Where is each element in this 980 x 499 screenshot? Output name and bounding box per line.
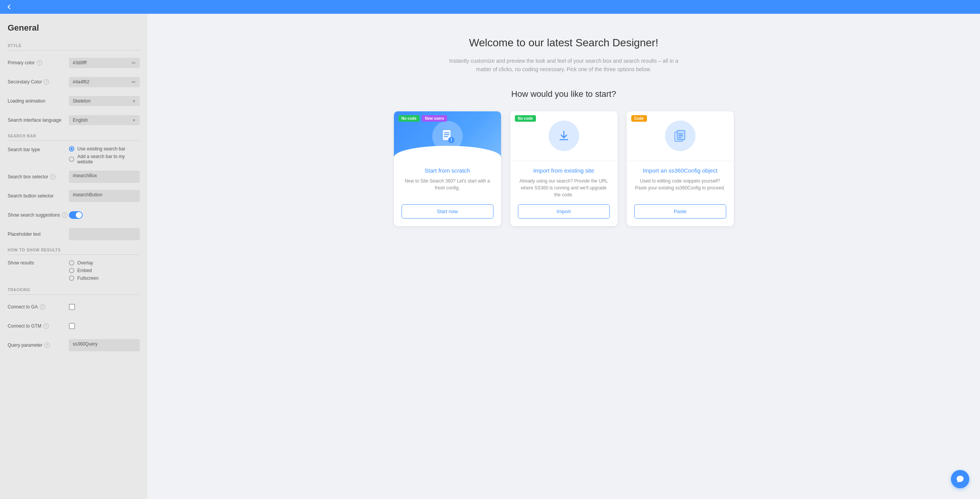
connect-gtm-help-icon[interactable]: ? bbox=[43, 323, 49, 329]
import-button[interactable]: Import bbox=[518, 204, 610, 219]
connect-ga-label: Connect to GA ? bbox=[8, 304, 69, 310]
badge-new-users: New users bbox=[422, 115, 447, 122]
card-paste: Code Import an ss360Config object bbox=[627, 111, 734, 226]
badge-no-code: No code bbox=[399, 115, 420, 122]
query-param-label: Query parameter ? bbox=[8, 342, 69, 348]
primary-color-input[interactable]: #3d8fff ✏ bbox=[69, 58, 140, 68]
language-select[interactable]: English ▼ bbox=[69, 115, 140, 125]
query-param-control[interactable]: ss360Query bbox=[69, 339, 140, 351]
search-box-selector-row: Search box selector ? #searchBox bbox=[8, 170, 140, 184]
radio-add-new-circle[interactable] bbox=[69, 157, 74, 162]
show-suggestions-label: Show search suggestions ? bbox=[8, 212, 69, 218]
search-button-selector-row: Search button selector #searchButton bbox=[8, 189, 140, 203]
connect-gtm-control[interactable] bbox=[69, 323, 140, 329]
svg-rect-7 bbox=[677, 130, 685, 140]
topbar bbox=[0, 0, 980, 14]
content-area: Welcome to our latest Search Designer! I… bbox=[147, 14, 980, 499]
show-suggestions-toggle[interactable] bbox=[69, 211, 83, 219]
secondary-color-control[interactable]: #4a4f62 ✏ bbox=[69, 77, 140, 87]
how-to-show-section-label: HOW TO SHOW RESULTS bbox=[8, 248, 140, 255]
loading-animation-chevron-icon: ▼ bbox=[132, 99, 136, 103]
connect-ga-row: Connect to GA ? bbox=[8, 300, 140, 314]
svg-rect-3 bbox=[444, 136, 448, 137]
primary-color-help-icon[interactable]: ? bbox=[37, 60, 42, 65]
primary-color-control[interactable]: #3d8fff ✏ bbox=[69, 58, 140, 68]
badge-no-code-import: No code bbox=[515, 115, 536, 122]
card-import-body: Import from existing site Already using … bbox=[510, 161, 617, 226]
welcome-desc: Instantly customize and preview the look… bbox=[449, 57, 679, 74]
connect-ga-help-icon[interactable]: ? bbox=[40, 304, 45, 310]
card-scratch: No code New users ! bbox=[394, 111, 501, 226]
card-import: No code Import from existing site Alread… bbox=[510, 111, 617, 226]
card-paste-title: Import an ss360Config object bbox=[634, 167, 726, 174]
radio-embed-circle[interactable] bbox=[69, 268, 74, 273]
welcome-title: Welcome to our latest Search Designer! bbox=[469, 37, 658, 49]
search-box-selector-help-icon[interactable]: ? bbox=[50, 174, 56, 179]
connect-ga-checkbox[interactable] bbox=[69, 304, 75, 310]
radio-use-existing-circle[interactable] bbox=[69, 146, 74, 152]
loading-animation-control[interactable]: Skeleton ▼ bbox=[69, 96, 140, 106]
svg-rect-2 bbox=[444, 134, 449, 135]
radio-overlay-circle[interactable] bbox=[69, 260, 74, 266]
svg-rect-9 bbox=[678, 135, 683, 136]
search-box-selector-control[interactable]: #searchBox bbox=[69, 171, 140, 183]
search-bar-type-control: Use existing search bar Add a search bar… bbox=[69, 146, 140, 165]
radio-add-new[interactable]: Add a search bar to my website bbox=[69, 154, 140, 165]
query-param-row: Query parameter ? ss360Query bbox=[8, 338, 140, 352]
chat-bubble-button[interactable] bbox=[951, 470, 969, 488]
radio-fullscreen[interactable]: Fullscreen bbox=[69, 276, 140, 281]
search-box-selector-label: Search box selector ? bbox=[8, 174, 69, 179]
card-scratch-body: Start from scratch New to Site Search 36… bbox=[394, 161, 501, 226]
radio-use-existing[interactable]: Use existing search bar bbox=[69, 146, 140, 152]
radio-fullscreen-circle[interactable] bbox=[69, 276, 74, 281]
search-bar-type-label: Search bar type bbox=[8, 146, 69, 152]
sidebar: General STYLE Primary color ? #3d8fff ✏ … bbox=[0, 14, 147, 499]
show-results-label: Show results bbox=[8, 260, 69, 266]
svg-rect-8 bbox=[678, 134, 683, 134]
svg-rect-10 bbox=[678, 137, 681, 138]
show-results-radio-group: Overlay Embed Fullscreen bbox=[69, 260, 140, 281]
tracking-section-label: TRACKING bbox=[8, 288, 140, 295]
loading-animation-label: Loading animation bbox=[8, 98, 69, 104]
loading-animation-select[interactable]: Skeleton ▼ bbox=[69, 96, 140, 106]
radio-embed[interactable]: Embed bbox=[69, 268, 140, 273]
search-bar-type-radio-group: Use existing search bar Add a search bar… bbox=[69, 146, 140, 165]
placeholder-text-input[interactable] bbox=[69, 228, 140, 240]
search-button-selector-control[interactable]: #searchButton bbox=[69, 190, 140, 202]
show-suggestions-control[interactable] bbox=[69, 211, 140, 219]
connect-gtm-checkbox[interactable] bbox=[69, 323, 75, 329]
sidebar-title: General bbox=[8, 23, 140, 33]
paste-button[interactable]: Paste bbox=[634, 204, 726, 219]
query-param-help-icon[interactable]: ? bbox=[44, 342, 50, 348]
start-now-button[interactable]: Start now bbox=[402, 204, 493, 219]
placeholder-text-control[interactable] bbox=[69, 228, 140, 240]
cards-row: No code New users ! bbox=[392, 111, 736, 226]
placeholder-text-label: Placeholder text bbox=[8, 232, 69, 237]
card-import-desc: Already using our search? Provide the UR… bbox=[518, 178, 610, 198]
toggle-knob bbox=[76, 212, 82, 218]
primary-color-pencil-icon[interactable]: ✏ bbox=[132, 60, 136, 66]
language-control[interactable]: English ▼ bbox=[69, 115, 140, 125]
secondary-color-label: Secondary Color ? bbox=[8, 79, 69, 85]
back-button[interactable] bbox=[6, 4, 12, 10]
search-button-selector-input[interactable]: #searchButton bbox=[69, 190, 140, 202]
show-results-control: Overlay Embed Fullscreen bbox=[69, 260, 140, 281]
card-paste-body: Import an ss360Config object Used to edi… bbox=[627, 161, 734, 226]
secondary-color-input[interactable]: #4a4f62 ✏ bbox=[69, 77, 140, 87]
card-scratch-title: Start from scratch bbox=[402, 167, 493, 174]
query-param-input[interactable]: ss360Query bbox=[69, 339, 140, 351]
card-scratch-header: No code New users ! bbox=[394, 111, 501, 161]
primary-color-label: Primary color ? bbox=[8, 60, 69, 65]
svg-text:!: ! bbox=[451, 137, 452, 143]
card-paste-header: Code bbox=[627, 111, 734, 161]
radio-overlay[interactable]: Overlay bbox=[69, 260, 140, 266]
show-suggestions-help-icon[interactable]: ? bbox=[62, 212, 67, 218]
secondary-color-help-icon[interactable]: ? bbox=[44, 79, 49, 85]
secondary-color-pencil-icon[interactable]: ✏ bbox=[132, 79, 136, 85]
card-paste-badges: Code bbox=[631, 115, 647, 122]
language-row: Search interface language English ▼ bbox=[8, 113, 140, 127]
secondary-color-row: Secondary Color ? #4a4f62 ✏ bbox=[8, 75, 140, 89]
connect-ga-control[interactable] bbox=[69, 304, 140, 310]
main-layout: General STYLE Primary color ? #3d8fff ✏ … bbox=[0, 14, 980, 499]
search-box-selector-input[interactable]: #searchBox bbox=[69, 171, 140, 183]
